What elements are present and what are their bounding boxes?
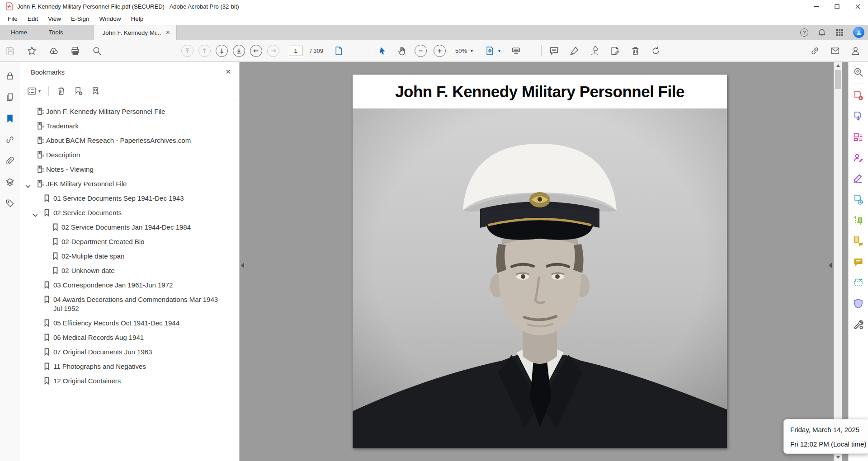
protect-icon[interactable] [853,298,864,309]
page-number-input[interactable] [289,46,302,56]
tab-tools[interactable]: Tools [38,25,74,40]
compare-files-icon[interactable] [853,235,864,247]
bookmark-item[interactable]: 01 Service Documents Sep 1941-Dec 1943 [20,191,239,206]
highlight-icon[interactable] [568,45,580,57]
bookmark-item[interactable]: 12 Original Containers [20,374,239,388]
fill-and-sign-icon[interactable] [853,173,864,184]
bookmark-item[interactable]: 05 Efficiency Records Oct 1941-Dec 1944 [20,316,239,330]
bookmark-item[interactable]: 02-Unknown date [20,263,239,278]
bookmark-item[interactable]: John F. Kennedy Military Personnel File [20,104,239,119]
chevron-down-icon[interactable] [33,211,38,215]
new-bookmark-icon[interactable] [74,86,83,96]
bookmarks-close-icon[interactable]: ✕ [225,68,231,76]
apps-grid-icon[interactable] [835,28,844,37]
vertical-scrollbar[interactable] [834,62,842,461]
maximize-icon[interactable] [826,0,847,13]
bookmarks-icon[interactable] [5,113,15,124]
menu-file[interactable]: File [3,14,23,24]
bookmark-item[interactable]: JFK Military Personnel File [20,177,239,191]
menu-edit[interactable]: Edit [23,14,43,24]
bookmark-item[interactable]: Description [20,148,239,162]
title-bar: John F. Kennedy Military Personnel File.… [0,0,868,13]
delete-pages-icon[interactable] [629,45,642,57]
bookmark-item[interactable]: 06 Medical Records Aug 1941 [20,330,239,345]
menu-esign[interactable]: E-Sign [66,14,94,24]
email-icon[interactable] [829,45,841,57]
close-icon[interactable] [847,0,868,13]
minimize-icon[interactable] [806,0,826,13]
fill-sign-icon[interactable] [589,45,601,57]
bookmark-item[interactable]: 02-Department Created Bio [20,235,239,249]
bookmark-item[interactable]: 02 Service Documents Jan 1944-Dec 1984 [20,220,239,235]
comment-icon[interactable] [548,45,560,57]
star-icon[interactable] [26,45,38,57]
menu-help[interactable]: Help [126,14,149,24]
export-pdf-icon[interactable] [853,111,864,122]
chevron-down-icon[interactable] [25,182,31,186]
layers-icon[interactable] [5,177,15,188]
scroll-down-icon[interactable] [834,454,842,461]
page-thumbnail-icon[interactable] [333,45,345,57]
help-icon[interactable]: ? [800,28,808,37]
page-copy-icon[interactable] [5,92,15,103]
bookmark-item[interactable]: 07 Original Documents Jun 1963 [20,345,239,359]
bookmark-target-icon[interactable] [91,86,100,96]
hand-tool-icon[interactable] [396,45,408,57]
crop-pages-icon[interactable] [853,215,864,226]
search-icon[interactable] [91,45,103,57]
select-cursor-icon[interactable] [377,45,389,57]
next-view-icon[interactable] [267,45,279,57]
next-page-icon[interactable] [216,45,228,57]
bookmark-item[interactable]: 11 Photographs and Negatives [20,359,239,374]
previous-view-icon[interactable] [250,45,262,57]
attachments-icon[interactable] [5,155,15,166]
options-list-icon[interactable]: ▾ [27,86,41,96]
organize-pages-icon[interactable] [853,132,864,143]
comment-tool-icon[interactable] [853,256,864,268]
last-page-icon[interactable] [233,45,245,57]
expand-tools-handle[interactable] [827,257,833,273]
scan-ocr-icon[interactable] [853,277,864,288]
destinations-icon[interactable] [5,134,15,145]
zoom-in-icon[interactable] [434,45,446,57]
tab-home[interactable]: Home [0,25,38,40]
scroll-up-icon[interactable] [834,62,842,69]
more-tools-icon[interactable] [853,319,864,330]
menu-window[interactable]: Window [94,14,126,24]
bookmark-item[interactable]: Notes - Viewing [20,162,239,177]
bookmark-item[interactable]: 04 Awards Decorations and Commendations … [20,292,239,316]
zoom-level-dropdown[interactable]: 50% ▾ [453,47,476,54]
account-avatar[interactable] [853,27,864,38]
previous-page-icon[interactable] [198,45,211,57]
bookmark-item[interactable]: 02 Service Documents [20,206,239,220]
delete-bookmark-icon[interactable] [57,86,66,96]
collapse-bookmarks-handle[interactable] [240,257,245,273]
tab-document[interactable]: John F. Kennedy Mi... ✕ [93,25,177,40]
zoom-out-icon[interactable] [415,45,427,57]
bookmark-item[interactable]: Trademark [20,119,239,133]
fit-page-dropdown[interactable]: ▾ [482,46,503,56]
read-mode-icon[interactable] [510,45,522,57]
send-for-comments-icon[interactable] [853,194,864,205]
document-viewport[interactable]: John F. Kennedy Military Personnel File [240,62,848,461]
tags-icon[interactable] [5,198,15,209]
share-upload-icon[interactable] [47,45,60,57]
profile-icon[interactable] [849,45,862,57]
bookmark-item[interactable]: About BACM Reseach - PaperlessArchives.c… [20,133,239,148]
menu-view[interactable]: View [43,14,66,24]
create-pdf-icon[interactable] [853,90,864,101]
bookmark-item[interactable]: 02-Muliple date span [20,249,239,263]
print-icon[interactable] [69,45,81,57]
share-link-icon[interactable] [809,45,821,57]
edit-pdf-icon[interactable] [609,45,621,57]
bookmark-item[interactable]: 03 Correspondence Jan 1961-Jun 1972 [20,278,239,292]
security-lock-icon[interactable] [5,71,15,81]
scrollbar-thumb[interactable] [835,70,841,89]
first-page-icon[interactable] [181,45,193,57]
request-signatures-icon[interactable] [853,152,864,164]
save-icon[interactable] [4,45,16,57]
notifications-bell-icon[interactable] [818,28,826,37]
rotate-pages-icon[interactable] [650,45,662,57]
tab-close-icon[interactable]: ✕ [165,29,170,36]
search-tool-icon[interactable] [853,66,864,78]
